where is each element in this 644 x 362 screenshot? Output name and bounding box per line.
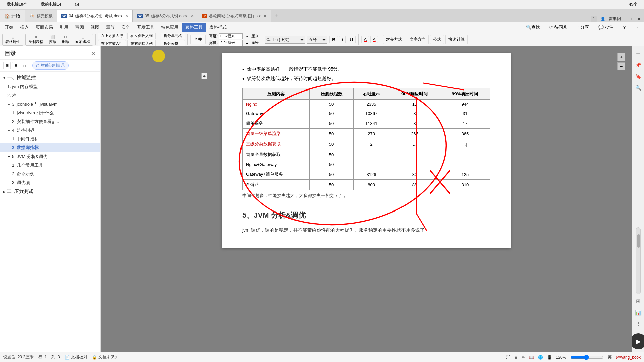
underline-btn[interactable]: U [347,36,356,43]
toc-item-7[interactable]: ▼ 4. 监控指标 [0,126,100,135]
zoom-in-btn[interactable]: + [617,53,625,61]
panel-chart-btn[interactable]: 📊 [634,308,643,317]
table-props-btn[interactable]: ⊞ 表格属性 [3,34,23,45]
toc-item-5[interactable]: 1. jvisualvm 能干什么 [0,109,100,117]
width-input[interactable] [219,40,243,46]
resize-handle[interactable]: ⊕ [201,73,207,79]
menu-layout[interactable]: 页面布局 [32,23,56,32]
font-selector[interactable]: Calibri (正文) [265,36,305,44]
toc-item-2[interactable]: 1. jvm 内存模型 [0,82,100,91]
fill-color-btn[interactable]: A [361,36,369,43]
panel-btn-2[interactable]: 📌 [634,60,643,70]
tab4-close[interactable]: ✕ [263,14,267,18]
panel-btn-4[interactable]: 🔍 [634,83,643,93]
menu-security[interactable]: 安全 [118,23,133,32]
tab3-close[interactable]: ✕ [191,14,194,18]
menu-devtools[interactable]: 开发工具 [133,23,158,32]
toc-item-1[interactable]: ▼ 一、性能监控 [0,73,100,82]
edit-mode-btn[interactable]: ✏ [522,355,525,360]
read-mode-btn[interactable]: 📖 [529,355,534,360]
height-inc[interactable]: ▲ [244,34,250,38]
restore-btn[interactable]: □ [632,17,634,21]
menu-chapter[interactable]: 章节 [103,23,118,32]
panel-btn-1[interactable]: ☰ [634,49,643,58]
menu-start[interactable]: 开始 [1,23,17,32]
menu-review[interactable]: 审阅 [72,23,87,32]
quick-calc-btn[interactable]: 快速计算 [445,35,468,44]
font-color-btn[interactable]: A [370,36,378,43]
tab2-icon: W [61,14,67,18]
insert-above-btn[interactable]: 在上方插入行 [98,33,126,39]
tab-1[interactable]: 🐚 稿壳模板 [25,10,57,22]
minimize-btn[interactable]: － [624,16,628,22]
split-cell-btn[interactable]: 拆分单元格 [161,33,185,39]
merge-btn[interactable]: 合并 [190,35,206,44]
insert-left-btn[interactable]: 在左侧插入列 [127,33,156,39]
more-btn[interactable]: ⋮ [632,23,643,31]
search-btn[interactable]: 🔍查找 [523,23,543,32]
doc-area[interactable]: • 命中率越高越好，一般情况下不能低于 95%。 • 锁等待次数越低越好，等待时… [101,46,632,352]
comment-btn[interactable]: 💬 批注 [595,23,617,32]
tab-4[interactable]: P 谷粒商城-分布式高级-图.pptx ✕ [198,10,271,22]
tab2-close[interactable]: ✕ [125,14,128,18]
align-btn[interactable]: 对齐方式 [383,35,405,44]
sidebar-expand-btn[interactable]: ⊞ [3,62,11,69]
font-size-selector[interactable]: 五号 [307,36,327,44]
home-tab[interactable]: 🏠 开始 [0,10,25,22]
insert-right-btn[interactable]: 在右侧插入列 [127,40,156,47]
menu-ref[interactable]: 引用 [56,23,72,32]
sync-btn[interactable]: ⟳ 待同步 [546,23,571,32]
toc-item-6[interactable]: 2. 安装插件方便查看g ... [0,117,100,126]
tab-3[interactable]: W 05_缓存&分布式锁.docx ✕ [133,10,198,22]
toc-item-12[interactable]: 2. 命令示例 [0,170,100,178]
toc-item-8[interactable]: 1. 中间件指标 [0,135,100,143]
toc-item-14[interactable]: ▶ 二. 压力测试 [0,187,100,196]
menu-table-style[interactable]: 表格样式 [206,23,230,32]
draw-table-btn[interactable]: ✏ 绘制表格 [26,34,46,45]
web-mode-btn[interactable]: 🌐 [538,355,543,360]
add-tab-button[interactable]: + [271,10,281,22]
toc-item-11[interactable]: 1. 几个常用工具 [0,161,100,170]
tab-2[interactable]: W 04_缓存&分布式锁_考试.docx ✕ [57,10,133,22]
sidebar-collapse-btn[interactable]: ⊟ [12,62,19,69]
toc-item-13[interactable]: 3. 调优项 [0,178,100,187]
height-input[interactable] [219,33,243,39]
zoom-slider[interactable] [570,355,604,360]
bullet-2: • 锁等待次数越低越好，等待时间越短越好。 [242,76,490,83]
zoom-out-btn[interactable]: − [617,62,625,70]
split-table-btn[interactable]: 拆分表格 [161,40,185,47]
home1-name: 首页一级菜单渲染 [243,129,310,139]
menu-table-tools[interactable]: 表格工具 [182,23,206,32]
menu-view[interactable]: 视图 [87,23,103,32]
help-btn[interactable]: ? [620,23,629,31]
menu-insert[interactable]: 插入 [17,23,32,32]
panel-grid-btn[interactable]: ⊞ [634,296,643,306]
toc-item-4[interactable]: ▼ 3. jconsole 与 jvisualvm [0,100,100,109]
sidebar-expand-all-btn[interactable]: □ [21,62,28,69]
toc-item-3[interactable]: 2. 堆 [0,91,100,100]
toc-item-9[interactable]: 2. 数据库指标 [0,143,100,152]
menu-features[interactable]: 特色应用 [158,23,182,32]
play-btn[interactable]: ▶ [630,333,644,349]
width-inc[interactable]: ▲ [244,41,250,45]
show-ruler-btn[interactable]: ⊡ 显示虚框 [72,34,93,45]
fullscreen-btn[interactable]: ⛶ [506,355,510,360]
ai-recognize-btn[interactable]: ⬡ 智能识别目录 [32,61,69,70]
italic-btn[interactable]: I [339,36,346,43]
insert-below-btn[interactable]: 在下方插入行 [98,40,126,47]
panel-btn-3[interactable]: 🔖 [634,72,643,81]
delete-btn[interactable]: ✂ 删除 [59,34,72,45]
toc-item-10[interactable]: ▼ 5. JVM 分析&调优 [0,152,100,161]
bold-btn[interactable]: B [329,36,338,43]
sidebar-close-btn[interactable]: ✕ [91,50,96,57]
text-dir-btn[interactable]: 文字方向 [407,35,429,44]
erase-btn[interactable]: ⬜ 擦除 [46,34,59,45]
panel-more-btn[interactable]: ⋮ [634,319,643,328]
scrollbar[interactable] [636,227,641,294]
split-view-btn[interactable]: ⊟ [514,355,518,360]
formula-btn[interactable]: 公式 [430,35,444,44]
insert-row1: 在上方插入行 在左侧插入列 [98,33,156,39]
share-btn[interactable]: ↑ 分享 [574,23,592,32]
close-btn[interactable]: ✕ [637,17,641,21]
phone-mode-btn[interactable]: 📱 [547,355,552,360]
